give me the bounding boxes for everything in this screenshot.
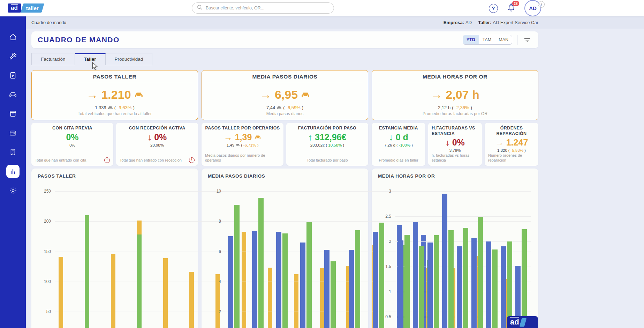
search-bar[interactable] <box>192 2 334 14</box>
sidebar-item-settings[interactable] <box>6 184 20 197</box>
kpi-value: 0 d <box>396 132 408 142</box>
kpi-description: Total que han entrado con recepción! <box>120 148 195 163</box>
app-logo[interactable]: ad taller <box>8 3 43 13</box>
search-input[interactable] <box>206 6 329 10</box>
period-tam-button[interactable]: TAM <box>479 35 495 44</box>
kpi-previous-value: 7,26 d <box>384 143 395 147</box>
sidebar <box>0 16 26 328</box>
kpi-previous-row: 1.320(-5,53%) <box>488 148 535 152</box>
kpi-value-row: ↓0 d <box>375 132 422 142</box>
charts-row: PASOS TALLER25020015010050MEDIA PASOS DI… <box>31 169 538 328</box>
sidebar-item-workshop[interactable] <box>6 50 20 63</box>
kpi-value: 1.247 <box>506 137 528 148</box>
y-axis-tick-label: 8 <box>206 219 221 224</box>
chart-bar <box>189 272 194 328</box>
tab-taller[interactable]: Taller <box>75 53 106 65</box>
sidebar-item-payments[interactable] <box>6 126 20 140</box>
kpi-previous-row: 0% <box>35 143 110 147</box>
warning-icon: ! <box>104 157 110 163</box>
chart-bar <box>398 240 403 328</box>
chart-bar <box>501 246 506 328</box>
kpi-previous-value: 2,12 h <box>438 105 450 110</box>
sidebar-item-vehicles[interactable] <box>6 88 20 101</box>
chart-bar <box>355 230 360 328</box>
kpi-description: Promedio días en taller <box>375 148 422 163</box>
car-icon <box>134 91 143 98</box>
kpi-percent-change: -100% <box>399 143 410 147</box>
kpi-previous-row: 1.339 (-9,63%) <box>37 105 193 110</box>
kpi-percent-change: -6,59% <box>286 105 301 110</box>
trend-arrow-icon: ↑ <box>308 132 313 142</box>
sidebar-item-dashboard[interactable] <box>6 165 20 178</box>
y-axis-tick-label: 250 <box>36 189 51 194</box>
tabs: Facturación Taller Productividad <box>31 53 538 65</box>
period-ytd-button[interactable]: YTD <box>463 35 479 44</box>
chart-bar <box>492 249 498 328</box>
trend-arrow-icon: → <box>431 88 442 102</box>
secondary-kpi-card: FACTURACIÓN POR PASO↑312,96€283,02€(10,5… <box>286 123 368 166</box>
y-axis-tick-label: 100 <box>36 279 51 284</box>
tab-facturacion[interactable]: Facturación <box>31 53 75 65</box>
chart-bar <box>427 243 433 328</box>
kpi-value-row: →1.247 <box>488 137 535 148</box>
kpi-percent-change: 10,58% <box>328 143 342 147</box>
kpi-card: MEDIA PASOS DIARIOS→6,95 7,44 (-6,59%)Me… <box>202 70 368 120</box>
document-icon <box>9 72 17 79</box>
trend-arrow-icon: → <box>224 132 233 142</box>
secondary-kpi-group: CON CITA PREVIA0%0%Total que han entrado… <box>31 123 198 166</box>
kpi-value: 1,39 <box>235 132 252 142</box>
car-icon <box>276 106 282 110</box>
kpi-value: 6,95 <box>275 88 298 102</box>
chart-title: MEDIA HORAS POR OR <box>376 173 534 179</box>
trend-arrow-icon: ↓ <box>147 132 152 142</box>
sidebar-item-stock[interactable] <box>6 107 20 120</box>
secondary-kpi-card: H.FACTURADAS VS ESTANCIA↓0%3,79%h. factu… <box>428 123 482 166</box>
kpi-previous-row: 3,79% <box>432 148 478 152</box>
filter-icon <box>524 37 531 43</box>
chart-plot-area: 32.521.510.5 <box>376 181 534 328</box>
kpi-previous-value: 283,02€ <box>310 143 325 147</box>
y-axis-tick-label: 200 <box>36 219 51 224</box>
sidebar-item-home[interactable] <box>6 30 20 44</box>
chart-bar <box>234 205 240 328</box>
chart-bar <box>282 233 288 328</box>
kpi-cards-row: PASOS TALLER→1.210 1.339 (-9,63%)Total v… <box>31 70 538 120</box>
sidebar-item-orders[interactable] <box>6 69 20 82</box>
kpi-previous-value: 3,79% <box>449 148 461 152</box>
secondary-kpi-card: ÓRDENES REPARACIÓN→1.2471.320(-5,53%)Núm… <box>485 123 538 166</box>
sidebar-item-invoices[interactable] <box>6 146 20 159</box>
search-icon <box>197 5 203 12</box>
wallet-icon <box>9 129 17 137</box>
kpi-card-title: PASOS TALLER POR OPERARIOS <box>205 126 280 131</box>
filter-button[interactable] <box>522 35 532 44</box>
chart-bar <box>349 250 354 328</box>
y-axis-tick-label: 150 <box>36 249 51 254</box>
bar-chart-icon <box>9 167 17 175</box>
chart-bar <box>522 229 527 328</box>
car-icon <box>108 106 113 110</box>
chart-bar <box>442 194 447 328</box>
chart-bar <box>276 232 281 328</box>
main-content: Cuadro de mando Empresa:AD Taller:AD Exp… <box>26 16 644 328</box>
gear-icon <box>9 187 17 195</box>
chart-bar <box>419 246 424 328</box>
kpi-value: 0% <box>66 132 78 142</box>
kpi-percent-change: -5,53% <box>511 148 523 152</box>
trend-arrow-icon: → <box>260 88 272 102</box>
period-man-button[interactable]: MAN <box>495 35 512 44</box>
kpi-value: 2,07 h <box>446 88 479 102</box>
kpi-value: 1.210 <box>101 88 131 102</box>
car-icon <box>301 91 310 98</box>
chart-bar <box>228 236 233 328</box>
secondary-kpi-group: ESTANCIA MEDIA↓0 d7,26 d(-100%)Promedio … <box>372 123 538 166</box>
kpi-value: 312,96€ <box>315 132 346 142</box>
kpi-value-row: →1.210 <box>37 88 193 102</box>
kpi-card: PASOS TALLER→1.210 1.339 (-9,63%)Total v… <box>31 70 198 120</box>
chart-plot-area: 25020015010050 <box>36 181 194 328</box>
help-button[interactable]: ? <box>489 4 498 13</box>
chart-bar <box>331 261 336 328</box>
tab-productividad[interactable]: Productividad <box>106 53 153 65</box>
y-axis-tick-label: 6 <box>206 249 221 254</box>
chart-bar <box>163 258 168 328</box>
breadcrumb-bar: Cuadro de mando Empresa:AD Taller:AD Exp… <box>26 16 644 29</box>
